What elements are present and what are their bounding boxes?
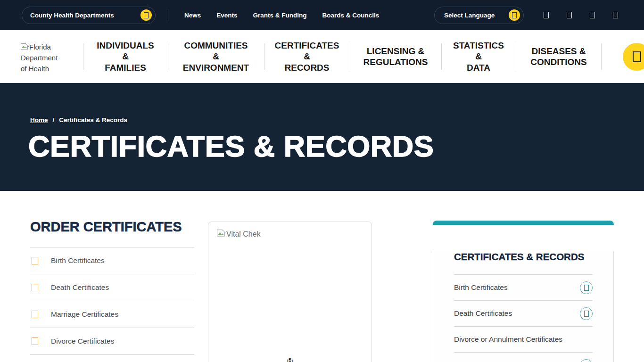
topbar-link-grants-funding[interactable]: Grants & Funding [253, 12, 307, 19]
social-icons-row [544, 12, 618, 18]
expand-circle-icon[interactable] [580, 307, 593, 320]
certificates-records-card: CERTIFICATES & RECORDS Birth Certificate… [433, 221, 614, 362]
social-placeholder-icon-2[interactable] [567, 12, 572, 18]
county-button-label: County Health Departments [30, 12, 114, 19]
certificate-placeholder-icon [32, 311, 38, 318]
search-icon [633, 51, 641, 62]
topbar-link-events[interactable]: Events [216, 12, 237, 19]
topbar-divider [168, 9, 168, 21]
certificate-placeholder-icon [32, 284, 38, 291]
certificate-placeholder-icon [32, 257, 38, 264]
topbar-links: News Events Grants & Funding Boards & Co… [184, 12, 379, 19]
order-certificates-heading: ORDER CERTIFICATES [30, 219, 194, 235]
order-link-divorce-certificates[interactable]: Divorce Certificates [30, 328, 194, 355]
expand-circle-icon[interactable] [580, 359, 593, 362]
breadcrumb-current: Certificates & Records [59, 116, 127, 123]
card-link-divorce-annulment-certificates[interactable]: Divorce or Annulment Certificates [454, 327, 593, 353]
breadcrumb-separator: / [53, 116, 55, 123]
card-body: CERTIFICATES & RECORDS Birth Certificate… [433, 251, 614, 362]
page-content: ORDER CERTIFICATES Birth Certificates De… [0, 191, 644, 362]
social-placeholder-icon-1[interactable] [544, 12, 549, 18]
card-link-death-certificates[interactable]: Death Certificates [454, 301, 593, 327]
broken-image-icon [21, 43, 29, 50]
social-placeholder-icon-3[interactable] [590, 12, 595, 18]
vitalchek-card[interactable]: Vital Chek ® [208, 222, 372, 362]
placeholder-glyph-icon [512, 12, 517, 18]
vitalchek-image-alt-text: Vital Chek [226, 230, 261, 238]
page-title: CERTIFICATES & RECORDS [28, 129, 434, 163]
order-link-marriage-certificates[interactable]: Marriage Certificates [30, 301, 194, 328]
card-link-birth-certificates[interactable]: Birth Certificates [454, 275, 593, 301]
nav-item-certificates-records[interactable]: CERTIFICATES & RECORDS [264, 30, 350, 83]
florida-doh-logo[interactable]: Florida Department of Health [21, 41, 65, 71]
card-heading: CERTIFICATES & RECORDS [454, 251, 593, 263]
order-link-death-certificates[interactable]: Death Certificates [30, 274, 194, 301]
placeholder-glyph-icon [144, 12, 149, 18]
hero-banner: Home / Certificates & Records CERTIFICAT… [0, 83, 644, 191]
language-dropdown-icon [509, 9, 520, 21]
order-link-birth-certificates[interactable]: Birth Certificates [30, 247, 194, 274]
card-accent-bar [433, 221, 614, 225]
card-links-list: Birth Certificates Death Certificates Di… [454, 274, 593, 362]
nav-menu: INDIVIDUALS & FAMILIES COMMUNITIES & ENV… [83, 30, 602, 83]
select-language-button[interactable]: Select Language [434, 7, 524, 24]
registered-trademark-symbol: ® [287, 357, 293, 362]
order-certificates-section: ORDER CERTIFICATES Birth Certificates De… [30, 219, 194, 355]
topbar-link-boards-councils[interactable]: Boards & Councils [322, 12, 380, 19]
topbar-link-news[interactable]: News [184, 12, 201, 19]
order-certificates-list: Birth Certificates Death Certificates Ma… [30, 247, 194, 355]
language-button-label: Select Language [444, 12, 495, 19]
search-button[interactable] [623, 43, 644, 71]
placeholder-glyph-icon [584, 311, 589, 317]
social-placeholder-icon-4[interactable] [613, 12, 618, 18]
top-utility-bar: County Health Departments News Events Gr… [0, 0, 644, 30]
certificate-placeholder-icon [32, 337, 38, 345]
card-link-marriage-certificates[interactable]: Marriage Certificates [454, 353, 593, 362]
placeholder-glyph-icon [584, 285, 589, 291]
nav-item-individuals-families[interactable]: INDIVIDUALS & FAMILIES [83, 30, 168, 83]
nav-item-licensing-regulations[interactable]: LICENSING & REGULATIONS [350, 30, 441, 83]
nav-item-communities-environment[interactable]: COMMUNITIES & ENVIRONMENT [168, 30, 264, 83]
breadcrumb: Home / Certificates & Records [30, 116, 127, 123]
county-health-departments-button[interactable]: County Health Departments [22, 7, 156, 24]
nav-item-statistics-data[interactable]: STATISTICS & DATA [441, 30, 516, 83]
nav-item-diseases-conditions[interactable]: DISEASES & CONDITIONS [516, 30, 602, 83]
expand-circle-icon[interactable] [580, 281, 593, 294]
broken-image-icon [217, 230, 226, 238]
county-dropdown-icon [140, 9, 152, 21]
breadcrumb-home-link[interactable]: Home [30, 116, 48, 123]
main-navigation-bar: Florida Department of Health INDIVIDUALS… [0, 30, 644, 83]
